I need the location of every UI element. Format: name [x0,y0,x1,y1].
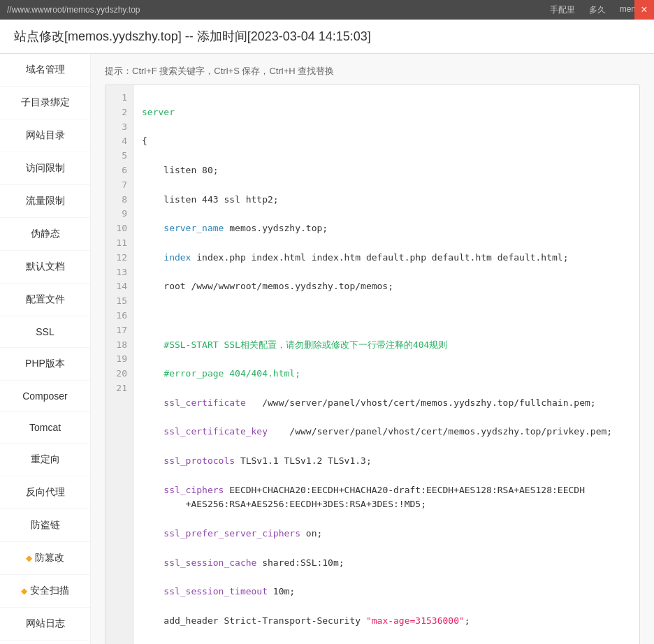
code-line-16: ssl_session_cache shared:SSL:10m; [142,556,631,571]
sidebar-item-tomcat[interactable]: Tomcat [0,412,90,444]
code-line-11: ssl_certificate /www/server/panel/vhost/… [142,396,631,411]
ln-9: 9 [106,207,133,221]
sidebar-item-redirect[interactable]: 重定向 [0,444,90,476]
page-title: 站点修改[memos.yydszhy.top] -- 添加时间[2023-03-… [14,28,640,45]
code-line-13: ssl_protocols TLSv1.1 TLSv1.2 TLSv1.3; [142,454,631,469]
ln-21: 21 [106,381,133,396]
code-line-4: listen 443 ssl http2; [142,193,631,207]
line-numbers: 1 2 3 4 5 6 7 8 9 10 11 12 13 14 15 16 1 [106,85,133,644]
code-line-10: #error_page 404/404.html; [142,367,631,381]
sidebar-item-security-scan[interactable]: ◆ 安全扫描 [0,575,90,608]
ln-4: 4 [106,134,133,149]
code-line-9: #SSL-START SSL相关配置，请勿删除或修改下一行带注释的404规则 [142,338,631,353]
content-area: 提示：Ctrl+F 搜索关键字，Ctrl+S 保存，Ctrl+H 查找替换 1 … [91,54,654,644]
sidebar-item-pseudo-static[interactable]: 伪静态 [0,218,90,251]
sidebar-item-domain-mgmt[interactable]: 域名管理 [0,54,90,87]
ln-3: 3 [106,120,133,135]
top-label-2: 多久 [589,4,606,16]
ln-10: 10 [106,221,133,236]
sidebar-label-scan: 安全扫描 [30,585,69,597]
top-bar-right: 手配里 多久 memos [550,4,647,16]
diamond-icon-tamper: ◆ [26,553,32,563]
ln-2: 2 [106,105,133,120]
ln-17: 17 [106,323,133,338]
ln-1: 1 [106,91,133,105]
sidebar-item-default-doc[interactable]: 默认文档 [0,251,90,284]
code-line-15: ssl_prefer_server_ciphers on; [142,527,631,541]
sidebar-item-php-version[interactable]: PHP版本 [0,348,90,381]
sidebar-item-hotlink[interactable]: 防盗链 [0,509,90,542]
code-line-6: index index.php index.html index.htm def… [142,251,631,265]
code-line-3: listen 80; [142,163,631,178]
code-line-1: server [142,105,631,120]
ln-20: 20 [106,367,133,381]
sidebar-item-subdir-bind[interactable]: 子目录绑定 [0,87,90,119]
sidebar-item-traffic-limit[interactable]: 流量限制 [0,185,90,218]
ln-14: 14 [106,279,133,294]
code-line-14: ssl_ciphers EECDH+CHACHA20:EECDH+CHACHA2… [142,483,631,513]
ln-6: 6 [106,163,133,178]
code-editor-wrapper: 1 2 3 4 5 6 7 8 9 10 11 12 13 14 15 16 1 [105,85,640,644]
ln-18: 18 [106,338,133,353]
ln-8: 8 [106,193,133,207]
url-display: //www.wwwroot/memos.yydszhy.top [7,5,140,15]
page-title-bar: 站点修改[memos.yydszhy.top] -- 添加时间[2023-03-… [0,20,654,54]
code-line-18: add_header Strict-Transport-Security "ma… [142,614,631,629]
ln-12: 12 [106,251,133,265]
sidebar-item-reverse-proxy[interactable]: 反向代理 [0,476,90,509]
code-line-5: server_name memos.yydszhy.top; [142,221,631,236]
code-line-8 [142,309,631,323]
code-content[interactable]: server { listen 80; listen 443 ssl http2… [133,85,639,644]
ln-16: 16 [106,309,133,323]
top-bar: //www.wwwroot/memos.yydszhy.top 手配里 多久 m… [0,0,654,20]
diamond-icon-scan: ◆ [21,586,27,596]
ln-5: 5 [106,149,133,163]
code-line-2: { [142,134,631,149]
ln-19: 19 [106,352,133,367]
code-line-17: ssl_session_timeout 10m; [142,585,631,599]
close-button[interactable]: × [634,0,654,20]
sidebar: 域名管理 子目录绑定 网站目录 访问限制 流量限制 伪静态 默认文档 配置文件 … [0,54,91,644]
ln-7: 7 [106,178,133,193]
ln-13: 13 [106,265,133,280]
ln-15: 15 [106,294,133,309]
sidebar-item-site-dir[interactable]: 网站目录 [0,119,90,152]
ln-11: 11 [106,236,133,251]
sidebar-item-tamper-proof[interactable]: ◆ 防篡改 [0,542,90,575]
top-label-1: 手配里 [550,4,575,16]
code-editor[interactable]: 1 2 3 4 5 6 7 8 9 10 11 12 13 14 15 16 1 [106,85,639,644]
main-layout: 域名管理 子目录绑定 网站目录 访问限制 流量限制 伪静态 默认文档 配置文件 … [0,54,654,644]
sidebar-item-site-log[interactable]: 网站日志 [0,608,90,641]
code-line-12: ssl_certificate_key /www/server/panel/vh… [142,425,631,439]
sidebar-item-composer[interactable]: Composer [0,381,90,412]
sidebar-item-access-control[interactable]: 访问限制 [0,152,90,185]
sidebar-item-ssl[interactable]: SSL [0,316,90,348]
code-line-7: root /www/wwwroot/memos.yydszhy.top/memo… [142,279,631,294]
sidebar-item-config-file[interactable]: 配置文件 [0,284,90,316]
sidebar-label-tamper: 防篡改 [35,552,64,564]
hint-text: 提示：Ctrl+F 搜索关键字，Ctrl+S 保存，Ctrl+H 查找替换 [105,65,640,78]
